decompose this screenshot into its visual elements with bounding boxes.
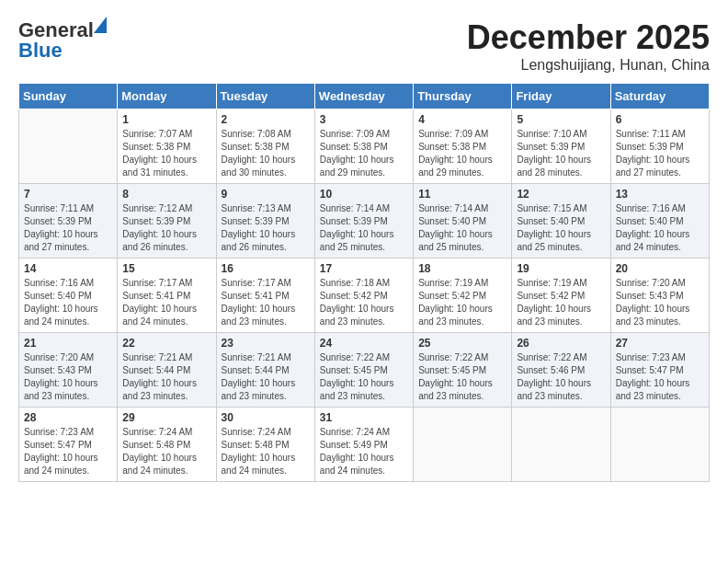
day-info: Sunrise: 7:14 AM Sunset: 5:40 PM Dayligh… (418, 202, 506, 254)
calendar-day-cell: 24Sunrise: 7:22 AM Sunset: 5:45 PM Dayli… (314, 333, 413, 408)
day-info: Sunrise: 7:23 AM Sunset: 5:47 PM Dayligh… (616, 351, 704, 403)
calendar-day-cell: 11Sunrise: 7:14 AM Sunset: 5:40 PM Dayli… (414, 184, 512, 259)
calendar-day-cell: 15Sunrise: 7:17 AM Sunset: 5:41 PM Dayli… (118, 259, 216, 333)
day-number: 30 (222, 411, 310, 424)
calendar-day-cell: 5Sunrise: 7:10 AM Sunset: 5:39 PM Daylig… (512, 109, 610, 184)
day-info: Sunrise: 7:09 AM Sunset: 5:38 PM Dayligh… (320, 128, 408, 179)
day-info: Sunrise: 7:12 AM Sunset: 5:39 PM Dayligh… (122, 202, 210, 254)
calendar-day-cell (610, 408, 709, 482)
day-info: Sunrise: 7:09 AM Sunset: 5:38 PM Dayligh… (418, 128, 506, 179)
calendar-day-cell: 2Sunrise: 7:08 AM Sunset: 5:38 PM Daylig… (216, 109, 314, 184)
day-number: 6 (616, 113, 704, 126)
day-info: Sunrise: 7:18 AM Sunset: 5:42 PM Dayligh… (320, 277, 408, 328)
calendar-day-header: Wednesday (314, 84, 413, 109)
day-number: 11 (418, 188, 506, 201)
day-number: 19 (517, 262, 605, 275)
calendar-day-cell: 3Sunrise: 7:09 AM Sunset: 5:38 PM Daylig… (314, 109, 413, 184)
day-number: 23 (222, 337, 310, 350)
title-block: December 2025 Lengshuijiang, Hunan, Chin… (467, 18, 710, 74)
calendar-day-cell (512, 408, 610, 482)
day-info: Sunrise: 7:14 AM Sunset: 5:39 PM Dayligh… (320, 202, 408, 254)
day-info: Sunrise: 7:17 AM Sunset: 5:41 PM Dayligh… (222, 277, 310, 328)
day-info: Sunrise: 7:20 AM Sunset: 5:43 PM Dayligh… (616, 277, 704, 328)
logo: General Blue (18, 18, 94, 63)
calendar-day-cell: 23Sunrise: 7:21 AM Sunset: 5:44 PM Dayli… (216, 333, 314, 408)
day-number: 9 (222, 188, 310, 201)
calendar-day-cell: 19Sunrise: 7:19 AM Sunset: 5:42 PM Dayli… (512, 259, 610, 333)
calendar-day-cell: 9Sunrise: 7:13 AM Sunset: 5:39 PM Daylig… (216, 184, 314, 259)
calendar-day-cell: 27Sunrise: 7:23 AM Sunset: 5:47 PM Dayli… (610, 333, 709, 408)
day-number: 22 (122, 337, 210, 350)
day-info: Sunrise: 7:07 AM Sunset: 5:38 PM Dayligh… (122, 128, 210, 179)
day-number: 17 (320, 262, 408, 275)
day-number: 5 (517, 113, 605, 126)
calendar-day-cell: 28Sunrise: 7:23 AM Sunset: 5:47 PM Dayli… (19, 408, 118, 482)
day-number: 14 (24, 262, 112, 275)
day-info: Sunrise: 7:20 AM Sunset: 5:43 PM Dayligh… (24, 351, 112, 403)
logo-general-text: General (18, 18, 94, 41)
calendar-day-header: Sunday (19, 84, 118, 109)
calendar-day-cell: 8Sunrise: 7:12 AM Sunset: 5:39 PM Daylig… (118, 184, 216, 259)
calendar-week-row: 21Sunrise: 7:20 AM Sunset: 5:43 PM Dayli… (19, 333, 710, 408)
day-info: Sunrise: 7:21 AM Sunset: 5:44 PM Dayligh… (122, 351, 210, 403)
calendar-day-cell: 16Sunrise: 7:17 AM Sunset: 5:41 PM Dayli… (216, 259, 314, 333)
page-header: General Blue December 2025 Lengshuijiang… (18, 18, 710, 74)
day-number: 12 (517, 188, 605, 201)
calendar-day-cell: 12Sunrise: 7:15 AM Sunset: 5:40 PM Dayli… (512, 184, 610, 259)
calendar-day-cell: 14Sunrise: 7:16 AM Sunset: 5:40 PM Dayli… (19, 259, 118, 333)
day-number: 8 (122, 188, 210, 201)
day-number: 15 (122, 262, 210, 275)
calendar-week-row: 14Sunrise: 7:16 AM Sunset: 5:40 PM Dayli… (19, 259, 710, 333)
calendar-day-header: Friday (512, 84, 610, 109)
day-number: 7 (24, 188, 112, 201)
day-number: 29 (122, 411, 210, 424)
calendar-day-header: Thursday (414, 84, 512, 109)
calendar-day-cell: 18Sunrise: 7:19 AM Sunset: 5:42 PM Dayli… (414, 259, 512, 333)
calendar-day-cell: 31Sunrise: 7:24 AM Sunset: 5:49 PM Dayli… (314, 408, 413, 482)
day-number: 1 (122, 113, 210, 126)
day-number: 13 (616, 188, 704, 201)
calendar-day-cell: 17Sunrise: 7:18 AM Sunset: 5:42 PM Dayli… (314, 259, 413, 333)
calendar-day-cell: 21Sunrise: 7:20 AM Sunset: 5:43 PM Dayli… (19, 333, 118, 408)
day-info: Sunrise: 7:24 AM Sunset: 5:48 PM Dayligh… (222, 426, 310, 477)
day-info: Sunrise: 7:22 AM Sunset: 5:45 PM Dayligh… (320, 351, 408, 403)
svg-marker-0 (94, 17, 107, 33)
day-number: 20 (616, 262, 704, 275)
day-number: 10 (320, 188, 408, 201)
day-number: 2 (222, 113, 310, 126)
day-number: 3 (320, 113, 408, 126)
calendar-day-cell: 29Sunrise: 7:24 AM Sunset: 5:48 PM Dayli… (118, 408, 216, 482)
calendar-day-cell: 10Sunrise: 7:14 AM Sunset: 5:39 PM Dayli… (314, 184, 413, 259)
calendar-day-cell: 30Sunrise: 7:24 AM Sunset: 5:48 PM Dayli… (216, 408, 314, 482)
day-info: Sunrise: 7:10 AM Sunset: 5:39 PM Dayligh… (517, 128, 605, 179)
calendar-day-cell: 1Sunrise: 7:07 AM Sunset: 5:38 PM Daylig… (118, 109, 216, 184)
day-info: Sunrise: 7:16 AM Sunset: 5:40 PM Dayligh… (24, 277, 112, 328)
calendar-week-row: 28Sunrise: 7:23 AM Sunset: 5:47 PM Dayli… (19, 408, 710, 482)
day-number: 18 (418, 262, 506, 275)
day-info: Sunrise: 7:21 AM Sunset: 5:44 PM Dayligh… (222, 351, 310, 403)
month-title: December 2025 (467, 18, 710, 57)
day-info: Sunrise: 7:11 AM Sunset: 5:39 PM Dayligh… (24, 202, 112, 254)
day-number: 4 (418, 113, 506, 126)
calendar-day-cell: 22Sunrise: 7:21 AM Sunset: 5:44 PM Dayli… (118, 333, 216, 408)
calendar-table: SundayMondayTuesdayWednesdayThursdayFrid… (18, 83, 710, 482)
day-number: 24 (320, 337, 408, 350)
calendar-day-header: Monday (118, 84, 216, 109)
day-number: 27 (616, 337, 704, 350)
calendar-day-cell: 26Sunrise: 7:22 AM Sunset: 5:46 PM Dayli… (512, 333, 610, 408)
calendar-day-cell (414, 408, 512, 482)
calendar-day-header: Saturday (610, 84, 709, 109)
day-info: Sunrise: 7:17 AM Sunset: 5:41 PM Dayligh… (122, 277, 210, 328)
day-info: Sunrise: 7:22 AM Sunset: 5:46 PM Dayligh… (517, 351, 605, 403)
calendar-day-cell: 25Sunrise: 7:22 AM Sunset: 5:45 PM Dayli… (414, 333, 512, 408)
calendar-day-cell (19, 109, 118, 184)
day-number: 25 (418, 337, 506, 350)
day-info: Sunrise: 7:11 AM Sunset: 5:39 PM Dayligh… (616, 128, 704, 179)
day-info: Sunrise: 7:24 AM Sunset: 5:48 PM Dayligh… (122, 426, 210, 477)
logo-triangle-icon (94, 17, 107, 33)
day-number: 31 (320, 411, 408, 424)
day-info: Sunrise: 7:22 AM Sunset: 5:45 PM Dayligh… (418, 351, 506, 403)
day-info: Sunrise: 7:08 AM Sunset: 5:38 PM Dayligh… (222, 128, 310, 179)
day-number: 21 (24, 337, 112, 350)
calendar-day-cell: 4Sunrise: 7:09 AM Sunset: 5:38 PM Daylig… (414, 109, 512, 184)
